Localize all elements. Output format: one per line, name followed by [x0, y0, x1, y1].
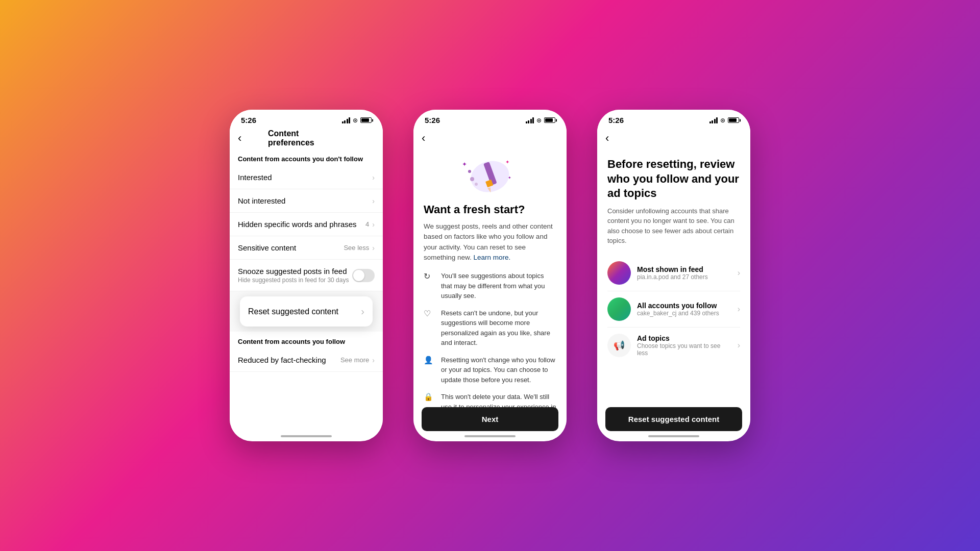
battery-icon-1 — [360, 117, 372, 123]
back-button-1[interactable]: ‹ — [238, 133, 241, 144]
svg-point-8 — [468, 170, 471, 173]
chevron-icon-3: › — [372, 220, 375, 229]
svg-point-9 — [475, 183, 478, 186]
item-title-not-interested: Not interested — [238, 196, 372, 205]
status-icons-1: ⊛ — [342, 117, 372, 124]
avatar-most-shown — [607, 261, 631, 285]
item-title-sensitive: Sensitive content — [238, 243, 344, 252]
reset-suggested-content-button[interactable]: Reset suggested content — [605, 407, 742, 431]
status-bar-2: 5:26 ⊛ — [413, 110, 567, 128]
home-indicator-2 — [464, 435, 516, 437]
list-item-sensitive[interactable]: Sensitive content See less › — [230, 236, 383, 260]
list-item-snooze[interactable]: Snooze suggested posts in feed Hide sugg… — [230, 260, 383, 291]
fresh-start-title: Want a fresh start? — [424, 203, 556, 216]
svg-text:✦: ✦ — [505, 159, 509, 165]
review-item-sub-1: pia.in.a.pod and 27 others — [637, 273, 731, 281]
signal-icon-1 — [342, 117, 351, 123]
lock-icon: 🔒 — [424, 392, 435, 404]
reset-popup-chevron: › — [361, 306, 364, 317]
review-item-title-2: All accounts you follow — [637, 302, 731, 310]
status-time-2: 5:26 — [425, 116, 440, 124]
reset-popup-title: Reset suggested content — [248, 307, 338, 316]
status-icons-3: ⊛ — [709, 117, 740, 124]
fresh-start-content: Want a fresh start? We suggest posts, re… — [413, 203, 567, 438]
list-item-hidden-words[interactable]: Hidden specific words and phrases 4 › — [230, 213, 383, 236]
page-title-1: Content preferences — [268, 129, 345, 147]
signal-icon-2 — [526, 117, 534, 123]
status-bar-3: 5:26 ⊛ — [597, 110, 750, 128]
status-time-1: 5:26 — [241, 116, 256, 124]
review-item-all-accounts[interactable]: All accounts you follow cake_baker_cj an… — [607, 291, 740, 328]
learn-more-link[interactable]: Learn more. — [474, 254, 511, 261]
review-desc: Consider unfollowing accounts that share… — [607, 206, 740, 246]
next-button[interactable]: Next — [422, 407, 558, 431]
wifi-icon-1: ⊛ — [353, 117, 358, 124]
item-title-hidden-words: Hidden specific words and phrases — [238, 220, 365, 229]
fresh-start-illustration: ✦ ✦ ✦ — [457, 151, 523, 197]
snooze-title: Snooze suggested posts in feed — [238, 267, 352, 276]
item-title-fact-checking: Reduced by fact-checking — [238, 356, 340, 364]
bullet-item-1: ↻ You'll see suggestions about topics th… — [424, 271, 556, 301]
signal-icon-3 — [709, 117, 718, 123]
back-button-2[interactable]: ‹ — [422, 133, 425, 144]
snooze-toggle[interactable] — [352, 269, 375, 282]
review-content: Before resetting, review who you follow … — [597, 149, 750, 371]
back-button-3[interactable]: ‹ — [605, 133, 609, 144]
badge-count: 4 — [365, 220, 369, 228]
person-icon: 👤 — [424, 356, 435, 367]
review-item-title-1: Most shown in feed — [637, 265, 731, 273]
review-title: Before resetting, review who you follow … — [607, 157, 740, 201]
home-indicator-3 — [648, 435, 699, 437]
section-label-2: Content from accounts you follow — [230, 332, 383, 348]
ad-icon: 📢 — [607, 334, 631, 357]
section-label-1: Content from accounts you don't follow — [230, 149, 383, 166]
snooze-subtitle: Hide suggested posts in feed for 30 days — [238, 277, 352, 284]
badge-see-more: See more — [340, 356, 369, 364]
screen-1: ‹ Content preferences Content from accou… — [230, 128, 383, 438]
phone-1: 5:26 ⊛ ‹ Content preferences Content fro… — [230, 110, 383, 441]
chevron-icon-5: › — [372, 356, 375, 364]
svg-text:✦: ✦ — [508, 176, 511, 180]
review-item-sub-3: Choose topics you want to see less — [637, 342, 731, 357]
refresh-icon: ↻ — [424, 271, 435, 283]
bullet-text-2: Resets can't be undone, but your suggest… — [441, 308, 556, 348]
bullet-text-1: You'll see suggestions about topics that… — [441, 271, 556, 301]
bullet-item-3: 👤 Resetting won't change who you follow … — [424, 355, 556, 385]
chevron-icon: › — [372, 173, 375, 182]
heart-icon: ♡ — [424, 309, 435, 320]
wifi-icon-3: ⊛ — [720, 117, 725, 124]
wifi-icon-2: ⊛ — [536, 117, 542, 124]
review-item-most-shown[interactable]: Most shown in feed pia.in.a.pod and 27 o… — [607, 255, 740, 291]
status-time-3: 5:26 — [608, 116, 624, 124]
review-item-ad-topics[interactable]: 📢 Ad topics Choose topics you want to se… — [607, 328, 740, 363]
nav-header-2: ‹ — [413, 128, 567, 149]
chevron-icon-2: › — [372, 197, 375, 205]
chevron-icon-review-3: › — [738, 341, 740, 350]
chevron-icon-review-1: › — [738, 268, 740, 278]
nav-header-3: ‹ — [597, 128, 750, 149]
reset-popup-card[interactable]: Reset suggested content › — [240, 296, 373, 327]
list-item-not-interested[interactable]: Not interested › — [230, 189, 383, 213]
status-bar-1: 5:26 ⊛ — [230, 110, 383, 128]
list-item-interested[interactable]: Interested › — [230, 166, 383, 189]
battery-icon-3 — [728, 117, 739, 123]
chevron-icon-review-2: › — [738, 305, 740, 314]
battery-icon-2 — [544, 117, 555, 123]
review-item-title-3: Ad topics — [637, 334, 731, 342]
screen-2: ‹ ✦ ✦ ✦ Want a fresh — [413, 128, 567, 438]
svg-point-7 — [470, 177, 474, 181]
list-item-fact-checking[interactable]: Reduced by fact-checking See more › — [230, 348, 383, 372]
bullet-item-2: ♡ Resets can't be undone, but your sugge… — [424, 308, 556, 348]
illustration-area: ✦ ✦ ✦ — [413, 151, 567, 197]
fresh-start-desc: We suggest posts, reels and other conten… — [424, 221, 556, 263]
phone-2: 5:26 ⊛ ‹ ✦ — [413, 110, 567, 441]
status-icons-2: ⊛ — [526, 117, 556, 124]
nav-header-1: ‹ Content preferences — [230, 128, 383, 149]
review-item-sub-2: cake_baker_cj and 439 others — [637, 310, 731, 317]
badge-see-less: See less — [344, 244, 369, 252]
bullet-text-3: Resetting won't change who you follow or… — [441, 355, 556, 385]
avatar-all-accounts — [607, 297, 631, 321]
phone-3: 5:26 ⊛ ‹ Before resetting, review who yo… — [597, 110, 750, 441]
screen-3: ‹ Before resetting, review who you follo… — [597, 128, 750, 438]
item-title-interested: Interested — [238, 173, 372, 182]
